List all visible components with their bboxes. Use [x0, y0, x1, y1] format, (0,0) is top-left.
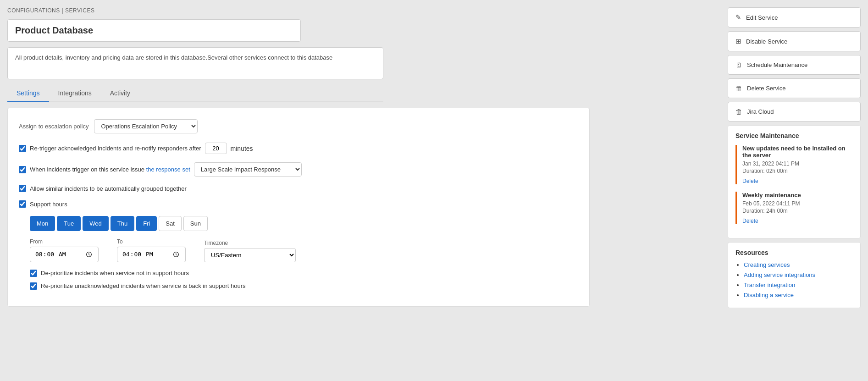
retrigger-suffix: minutes: [231, 145, 253, 152]
maintenance-item-1-duration: Duration: 02h 00m: [742, 168, 853, 174]
group-incidents-row: Allow similar incidents to be automatica…: [19, 185, 578, 192]
reprioritize-checkbox[interactable]: [30, 282, 37, 290]
timezone-group: Timezone US/Eastern: [204, 240, 296, 262]
day-btn-wed[interactable]: Wed: [83, 216, 109, 231]
delete-icon: 🗑: [735, 84, 742, 92]
tabs-container: Settings Integrations Activity: [7, 85, 383, 102]
jira-cloud-button[interactable]: 🗑 Jira Cloud: [728, 102, 861, 121]
maintenance-item-2-date: Feb 05, 2022 04:11 PM: [742, 200, 853, 207]
edit-icon: ✎: [735, 13, 741, 22]
maintenance-item-2: Weekly maintenance Feb 05, 2022 04:11 PM…: [735, 192, 853, 224]
disable-service-label: Disable Service: [746, 38, 787, 45]
deprioritize-row: De-prioritize incidents when service not…: [30, 270, 578, 277]
support-hours-label: Support hours: [30, 201, 67, 208]
time-fields: From To Timezone US/Eastern: [30, 238, 578, 262]
maintenance-item-2-duration: Duration: 24h 00m: [742, 208, 853, 214]
resource-item-3: Transfer integration: [744, 281, 853, 288]
jira-cloud-label: Jira Cloud: [747, 108, 774, 115]
response-set-checkbox[interactable]: [19, 166, 26, 173]
breadcrumb: CONFIGURATIONS | SERVICES: [7, 7, 720, 14]
from-time-input[interactable]: [30, 247, 99, 262]
reprioritize-row: Re-prioritize unacknowledged incidents w…: [30, 282, 578, 290]
settings-panel: Assign to escalation policy Operations E…: [7, 108, 590, 307]
reprioritize-label: Re-prioritize unacknowledged incidents w…: [41, 282, 246, 289]
support-hours-section: Mon Tue Wed Thu Fri Sat Sun From To: [30, 216, 578, 290]
retrigger-minutes-input[interactable]: [205, 143, 227, 154]
day-btn-sun[interactable]: Sun: [183, 216, 208, 231]
resource-link-3[interactable]: Transfer integration: [744, 282, 795, 288]
maintenance-item-1-date: Jan 31, 2022 04:11 PM: [742, 160, 853, 167]
day-btn-tue[interactable]: Tue: [57, 216, 81, 231]
schedule-maintenance-label: Schedule Maintenance: [747, 61, 807, 68]
maintenance-item-1-delete[interactable]: Delete: [742, 178, 758, 184]
to-time-input[interactable]: [117, 247, 186, 262]
day-btn-thu[interactable]: Thu: [111, 216, 134, 231]
resource-link-2[interactable]: Adding service integrations: [744, 271, 815, 278]
retrigger-label: Re-trigger acknowledged incidents and re…: [30, 145, 201, 152]
response-set-row: When incidents trigger on this service i…: [19, 162, 578, 177]
response-set-link[interactable]: the response set: [146, 166, 190, 173]
group-incidents-label: Allow similar incidents to be automatica…: [30, 185, 187, 192]
edit-service-label: Edit Service: [746, 14, 778, 21]
retrigger-checkbox[interactable]: [19, 145, 26, 152]
support-hours-checkbox[interactable]: [19, 200, 26, 208]
maintenance-item-2-title: Weekly maintenance: [742, 192, 853, 199]
support-hours-row: Support hours: [19, 200, 578, 208]
deprioritize-checkbox[interactable]: [30, 270, 37, 277]
group-incidents-checkbox[interactable]: [19, 185, 26, 192]
disable-icon: ⊞: [735, 37, 741, 45]
resource-item-2: Adding service integrations: [744, 271, 853, 278]
to-label: To: [117, 238, 186, 245]
tab-activity[interactable]: Activity: [101, 85, 139, 102]
day-buttons: Mon Tue Wed Thu Fri Sat Sun: [30, 216, 578, 231]
escalation-policy-label: Assign to escalation policy: [19, 123, 88, 130]
delete-service-button[interactable]: 🗑 Delete Service: [728, 78, 861, 98]
from-label: From: [30, 238, 99, 245]
right-sidebar: ✎ Edit Service ⊞ Disable Service 🗓 Sched…: [728, 7, 861, 374]
maintenance-item-2-delete[interactable]: Delete: [742, 218, 758, 224]
resources-title: Resources: [735, 249, 853, 256]
escalation-policy-row: Assign to escalation policy Operations E…: [19, 119, 578, 133]
day-btn-sat[interactable]: Sat: [159, 216, 182, 231]
escalation-policy-select[interactable]: Operations Escalation Policy: [94, 119, 198, 133]
service-title: Product Database: [7, 19, 301, 42]
resource-link-4[interactable]: Disabling a service: [744, 292, 794, 298]
maintenance-item-1-title: New updates need to be installed on the …: [742, 145, 853, 159]
tab-integrations[interactable]: Integrations: [49, 85, 101, 102]
resources-list: Creating services Adding service integra…: [735, 261, 853, 298]
delete-service-label: Delete Service: [747, 85, 786, 92]
resource-item-4: Disabling a service: [744, 291, 853, 298]
service-description: All product details, inventory and prici…: [7, 47, 383, 79]
deprioritize-label: De-prioritize incidents when service not…: [41, 270, 189, 276]
disable-service-button[interactable]: ⊞ Disable Service: [728, 31, 861, 51]
day-btn-fri[interactable]: Fri: [136, 216, 157, 231]
service-maintenance-title: Service Maintenance: [735, 132, 853, 139]
jira-icon: 🗑: [735, 108, 742, 116]
resource-item-1: Creating services: [744, 261, 853, 268]
tab-settings[interactable]: Settings: [7, 85, 49, 102]
timezone-label: Timezone: [204, 240, 296, 246]
maintenance-item-1: New updates need to be installed on the …: [735, 145, 853, 184]
day-btn-mon[interactable]: Mon: [30, 216, 55, 231]
response-set-label: When incidents trigger on this service i…: [30, 166, 190, 173]
service-maintenance-card: Service Maintenance New updates need to …: [728, 125, 861, 238]
from-field-group: From: [30, 238, 99, 262]
resource-link-1[interactable]: Creating services: [744, 261, 790, 268]
schedule-maintenance-button[interactable]: 🗓 Schedule Maintenance: [728, 55, 861, 75]
to-field-group: To: [117, 238, 186, 262]
edit-service-button[interactable]: ✎ Edit Service: [728, 7, 861, 28]
response-set-select[interactable]: Large Scale Impact Response: [194, 162, 302, 177]
retrigger-row: Re-trigger acknowledged incidents and re…: [19, 143, 578, 154]
resources-card: Resources Creating services Adding servi…: [728, 242, 861, 308]
calendar-icon: 🗓: [735, 61, 742, 69]
timezone-select[interactable]: US/Eastern: [204, 248, 296, 262]
